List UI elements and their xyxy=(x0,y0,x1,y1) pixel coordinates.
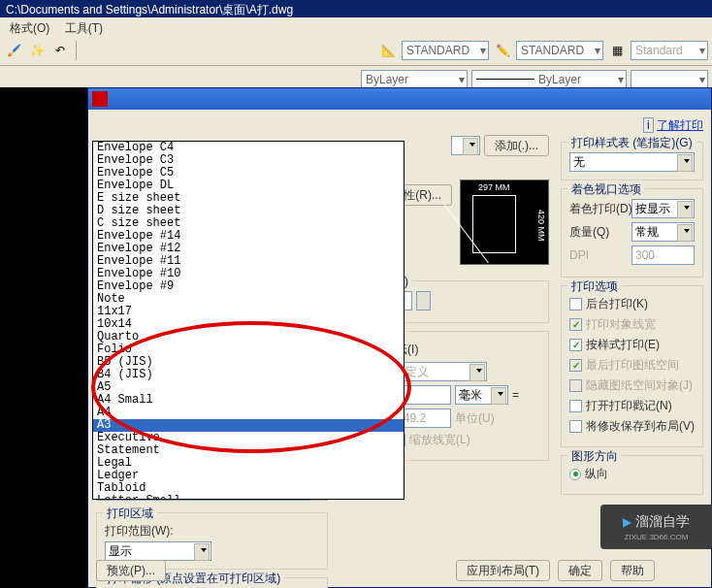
paper-option[interactable]: B4 (JIS) xyxy=(93,369,404,381)
group-title: 着色视口选项 xyxy=(567,181,645,198)
label-objlw: 打印对象线宽 xyxy=(586,316,656,333)
quality-combo[interactable]: 常规 xyxy=(631,222,695,242)
paper-option[interactable]: Envelope #9 xyxy=(93,280,404,293)
info-icon[interactable]: i xyxy=(643,117,654,133)
learn-link[interactable]: 了解打印 xyxy=(657,118,703,132)
group-title: 图形方向 xyxy=(567,448,622,465)
copies-spinner[interactable] xyxy=(416,291,431,310)
watermark-title: 溜溜自学 xyxy=(635,513,690,531)
wand-icon[interactable]: ✨ xyxy=(27,41,47,60)
paper-option[interactable]: Note xyxy=(93,293,404,306)
cb-stamp[interactable] xyxy=(569,400,582,412)
paper-option[interactable]: Letter Small xyxy=(93,495,404,500)
toolbar-1: 🖌️ ✨ ↶ 📐 STANDARD ✏️ STANDARD ▦ Standard xyxy=(0,35,712,66)
dpi-input xyxy=(631,245,695,265)
shade-combo[interactable]: 按显示 xyxy=(631,199,695,218)
help-button[interactable]: 帮助 xyxy=(610,560,655,581)
paper-preview: 297 MM 420 MM xyxy=(460,180,549,265)
scale-combo: 自定义 xyxy=(390,362,487,381)
apply-button[interactable]: 应用到布局(T) xyxy=(456,560,550,581)
group-title: 打印样式表 (笔指定)(G) xyxy=(567,135,696,151)
drawing-canvas[interactable] xyxy=(0,87,87,588)
lineweight-combo[interactable] xyxy=(631,70,708,89)
style-combo-1[interactable]: STANDARD xyxy=(402,41,489,60)
label-lastps: 最后打印图纸空间 xyxy=(586,357,679,374)
cb-hideps xyxy=(569,379,582,392)
small-combo[interactable] xyxy=(451,136,480,155)
label-hideps: 隐藏图纸空间对象(J) xyxy=(586,377,693,394)
unit-combo[interactable]: 毫米 xyxy=(455,385,508,405)
label-portrait: 纵向 xyxy=(585,466,608,482)
dialog-footer: 预览(P)... 应用到布局(T) 确定 帮助 xyxy=(96,560,703,581)
label-dpi: DPI xyxy=(569,248,628,262)
menu-bar: 格式(O) 工具(T) xyxy=(0,17,712,35)
preview-button[interactable]: 预览(P)... xyxy=(96,560,166,581)
dim-icon[interactable]: 📐 xyxy=(378,41,398,60)
label-unit: 单位(U) xyxy=(455,410,495,427)
cb-lastps xyxy=(569,359,582,372)
preview-width: 297 MM xyxy=(478,182,510,192)
paper-option[interactable]: 10x14 xyxy=(93,318,404,331)
ok-button[interactable]: 确定 xyxy=(558,560,602,581)
menu-tools[interactable]: 工具(T) xyxy=(59,19,109,38)
equals-icon: = xyxy=(512,388,519,402)
color-combo[interactable]: ByLayer xyxy=(361,70,468,89)
cb-savelayout[interactable] xyxy=(569,420,582,433)
style-table-combo[interactable]: 无 xyxy=(569,152,695,172)
group-style-table: 打印样式表 (笔指定)(G) 无 xyxy=(561,142,703,180)
label-shade: 着色打印(D) xyxy=(569,201,628,217)
brush-icon[interactable]: 🖌️ xyxy=(4,41,23,60)
group-title: 打印选项 xyxy=(567,278,622,295)
label-scale-lw: 缩放线宽(L) xyxy=(409,432,470,448)
watermark-url: ZIXUE.3D66.COM xyxy=(625,533,689,541)
group-orientation: 图形方向 纵向 xyxy=(561,455,703,495)
group-options: 打印选项 后台打印(K) 打印对象线宽 按样式打印(E) 最后打印图纸空间 隐藏… xyxy=(561,285,703,447)
paper-option[interactable]: Quarto xyxy=(93,331,404,343)
menu-format[interactable]: 格式(O) xyxy=(4,19,55,38)
watermark: ▶ 溜溜自学 ZIXUE.3D66.COM xyxy=(600,505,712,549)
preview-height: 420 MM xyxy=(536,210,546,242)
paper-option[interactable]: A4 xyxy=(93,407,404,419)
add-button[interactable]: 添加(.)... xyxy=(484,135,549,156)
style-combo-2[interactable]: STANDARD xyxy=(516,41,603,60)
label-bg: 后台打印(K) xyxy=(586,296,648,312)
table-icon[interactable]: ▦ xyxy=(607,41,627,60)
paper-option[interactable]: Legal xyxy=(93,457,404,470)
rb-portrait[interactable] xyxy=(569,469,581,480)
play-icon: ▶ xyxy=(623,515,631,529)
paper-size-dropdown[interactable]: Envelope C4Envelope C3Envelope C5Envelop… xyxy=(92,141,405,500)
paper-option[interactable]: 11x17 xyxy=(93,306,404,318)
dialog-titlebar[interactable] xyxy=(88,88,711,110)
arrow-icon[interactable]: ↶ xyxy=(50,41,70,60)
pencil-icon[interactable]: ✏️ xyxy=(493,41,512,60)
label-savelayout: 将修改保存到布局(V) xyxy=(586,418,695,435)
label-bystyle: 按样式打印(E) xyxy=(586,337,660,353)
cb-bystyle[interactable] xyxy=(569,339,582,351)
group-title: 打印区域 xyxy=(103,506,157,522)
paper-option[interactable]: A4 Small xyxy=(93,394,404,407)
label-range: 打印范围(W): xyxy=(105,523,319,539)
label-stamp: 打开打印戳记(N) xyxy=(586,398,672,414)
label-quality: 质量(Q) xyxy=(569,224,628,241)
cb-bg[interactable] xyxy=(569,298,582,310)
style-combo-3[interactable]: Standard xyxy=(631,41,708,60)
linetype-combo[interactable]: ByLayer xyxy=(471,70,627,89)
group-viewport: 着色视口选项 着色打印(D)按显示 质量(Q)常规 DPI xyxy=(561,188,703,278)
paper-option[interactable]: Statement xyxy=(93,444,404,457)
range-combo[interactable]: 显示 xyxy=(105,541,211,561)
title-bar: C:\Documents and Settings\Administrator\… xyxy=(0,0,712,17)
cb-objlw xyxy=(569,318,582,331)
